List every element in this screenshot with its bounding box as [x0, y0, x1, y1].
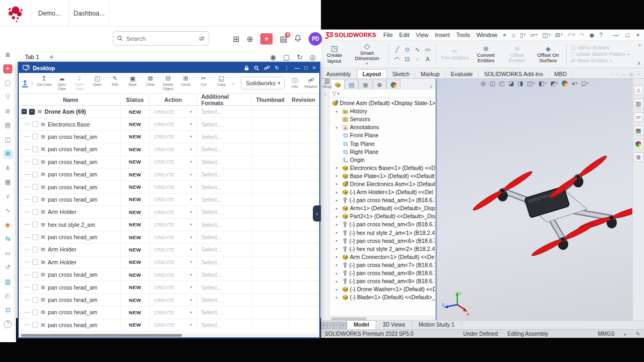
table-row[interactable]: ≋ Arm Holder NEW CREATE▾ Select...	[19, 243, 319, 256]
section-view-icon[interactable]: ◪	[508, 80, 514, 86]
apply-scene-icon[interactable]: ◕▾	[572, 80, 577, 86]
package-icon[interactable]: ▢	[283, 53, 289, 61]
name-cell[interactable]: ≋ pan cross head_am	[19, 168, 121, 180]
create-icon[interactable]: +	[3, 64, 12, 73]
dimxpert-tab[interactable]: ⊕	[372, 79, 386, 90]
print-icon[interactable]: ⊟▾	[555, 32, 562, 39]
feature-tree-item[interactable]: Sensors	[330, 115, 435, 123]
formats-select[interactable]: Select...	[197, 294, 252, 306]
window-icon[interactable]: ▢	[3, 78, 13, 87]
formats-select[interactable]: Select...	[197, 118, 252, 130]
expand-arrow-icon[interactable]: ▸	[336, 287, 341, 292]
add-circle-icon[interactable]: ⊕	[247, 35, 254, 43]
feature-tree-item[interactable]: ▸ (-) hex nut style 2_am<1> (B18.2.4.2	[330, 229, 435, 237]
edit-icon[interactable]: ✎	[636, 331, 640, 337]
get-data-button[interactable]: ↥ Get Data	[36, 75, 53, 91]
table-row[interactable]: ≋ Arm Holder NEW CREATE▾ Select...	[19, 256, 319, 269]
nav-tab-dashboard[interactable]: Dashboa...	[69, 0, 109, 27]
action-select[interactable]: CREATE▾	[150, 143, 197, 155]
close-icon[interactable]: ×	[312, 65, 316, 71]
row-checkbox[interactable]: −	[29, 109, 35, 115]
row-checkbox[interactable]	[32, 196, 38, 202]
expand-arrow-icon[interactable]: ▸	[336, 125, 341, 130]
row-checkbox[interactable]	[32, 134, 38, 139]
feature-tree-item[interactable]: ▸ Drone Electronics Asm<1> (Default	[330, 180, 435, 188]
units-select[interactable]: MMGS	[598, 331, 614, 337]
sketch-tool-icon[interactable]: A	[423, 55, 432, 63]
name-cell[interactable]: ≋ pan cross head_am	[19, 131, 121, 143]
move-entities-button[interactable]: ⇄ Move Entities▾	[570, 58, 632, 63]
table-row[interactable]: ≋ pan cross head_am NEW CREATE▾ Select..…	[19, 294, 319, 306]
menu-view[interactable]: View	[416, 32, 429, 38]
table-row[interactable]: −− ≋ Drone Asm (69) NEW CREATE▾ Select..…	[19, 106, 319, 118]
formats-select[interactable]: Select...	[197, 243, 252, 255]
table-row[interactable]: ≋ Electronics Base NEW CREATE▾ Select...	[19, 118, 319, 130]
trim-entities-button[interactable]: ✂ Trim Entities	[440, 42, 469, 67]
desktop-sync-icon[interactable]: ⊡	[3, 306, 13, 315]
minimize-doc-icon[interactable]: —	[621, 72, 626, 77]
history-icon[interactable]: ↺	[3, 263, 13, 272]
doc-tab-model[interactable]: Model	[347, 320, 376, 329]
row-checkbox[interactable]	[32, 272, 38, 278]
feature-tree-item[interactable]: ▸ (-) Drone Washer<1> (Default) <<D	[330, 285, 435, 293]
convert-entities-button[interactable]: ⊛ Convert Entities	[471, 42, 500, 67]
resources-icon[interactable]: ⌂	[634, 85, 643, 95]
feature-tree-item[interactable]: ▸ (-) pan cross head_am<1> (B18.6.7M	[330, 196, 435, 204]
card-icon[interactable]: ◫	[3, 135, 13, 144]
table-icon[interactable]: ⊞	[3, 150, 13, 159]
sketch-tool-icon[interactable]: ⊙	[402, 45, 412, 54]
menu-icon[interactable]: ≡	[3, 50, 13, 59]
name-cell[interactable]: ≋ hex nut style 2_am	[19, 219, 121, 231]
sheet-nav-icon[interactable]: «	[321, 322, 327, 329]
row-checkbox[interactable]	[32, 209, 38, 215]
action-select[interactable]: CREATE▾	[150, 106, 197, 117]
feature-tree-item[interactable]: ▸ A Annotations	[330, 123, 435, 131]
action-select[interactable]: CREATE▾	[150, 269, 197, 280]
feature-tree-item[interactable]: ▸ Base Plate<1> (Default) <<Default:	[330, 172, 435, 180]
annotations-visibility-icon[interactable]: ◨	[518, 80, 523, 86]
tree-scrollbar[interactable]	[330, 316, 435, 320]
table-row[interactable]: ≋ pan cross head_am NEW CREATE▾ Select..…	[19, 306, 319, 319]
link-icon[interactable]	[264, 65, 270, 70]
offset-entities-button[interactable]: ≋ Offset Entities	[502, 42, 531, 67]
chevron-left-icon[interactable]: ‹	[31, 80, 33, 86]
close-doc-icon[interactable]: ×	[637, 72, 640, 77]
expand-arrow-icon[interactable]: ▸	[336, 166, 341, 170]
sketch-tool-icon[interactable]: ◠	[392, 55, 401, 63]
menu-tools[interactable]: Tools	[456, 32, 470, 38]
formats-select[interactable]: Select...	[197, 143, 252, 155]
chevron-right-icon[interactable]: ›	[232, 80, 235, 86]
column-header[interactable]: Status	[121, 94, 150, 105]
menu-insert[interactable]: Insert	[435, 32, 450, 38]
hierarchy-icon[interactable]: ⋔	[3, 164, 13, 173]
maximize-icon[interactable]: □	[626, 32, 630, 38]
formats-select[interactable]: Select...	[197, 269, 252, 280]
note-icon[interactable]: ▭	[3, 249, 13, 258]
table-row[interactable]: ≋ pan cross head_am NEW CREATE▾ Select..…	[19, 181, 319, 193]
expand-arrow-icon[interactable]: ▸	[336, 223, 341, 227]
help-icon[interactable]: ?	[4, 320, 12, 328]
row-checkbox[interactable]	[32, 146, 38, 152]
feature-tree-item[interactable]: ▸ Electronics Base<1> (Default) <<De	[330, 164, 435, 172]
formats-select[interactable]: Select...	[197, 194, 252, 205]
window-titlebar[interactable]: Desktop ↻⋮—□×	[19, 63, 319, 73]
column-header[interactable]: Action	[150, 94, 197, 105]
mirror-entities-button[interactable]: ◫ Mirror Entities	[570, 45, 632, 50]
sheet-nav-icon[interactable]: ‹	[327, 322, 334, 329]
file-explorer-icon[interactable]: ▱	[634, 112, 643, 122]
zoom-area-icon[interactable]: ◱	[489, 80, 495, 86]
chart-icon[interactable]: ▥	[3, 277, 13, 286]
expand-arrow-icon[interactable]: ▸	[336, 109, 341, 114]
feature-tree-item[interactable]: Top Plane	[330, 139, 435, 147]
feature-tree-item[interactable]: ▸ History	[330, 107, 435, 115]
design-library-icon[interactable]: ▥	[634, 99, 643, 108]
appearances-tab[interactable]	[386, 79, 400, 90]
tab-markup[interactable]: Markup	[415, 70, 445, 79]
table-row[interactable]: ≋ pan cross head_am NEW CREATE▾ Select..…	[19, 269, 319, 281]
smart-dimension-button[interactable]: ◇ Smart Dimension ▾	[349, 42, 385, 67]
expand-arrow-icon[interactable]: ▸	[336, 206, 341, 211]
restore-doc-icon[interactable]: ◱	[630, 72, 634, 77]
name-cell[interactable]: ≋ pan cross head_am	[19, 143, 121, 155]
close-icon[interactable]: ×	[636, 32, 640, 38]
formats-select[interactable]: Select...	[197, 206, 252, 218]
